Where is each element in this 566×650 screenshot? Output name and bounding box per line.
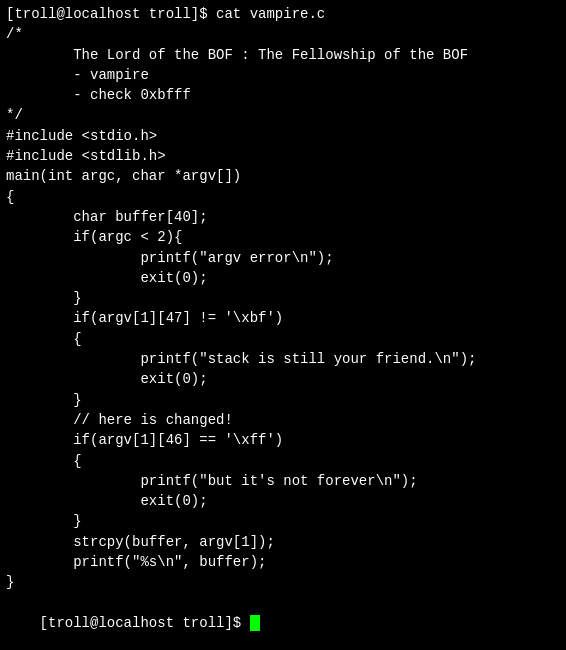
- code-line: - vampire: [6, 65, 560, 85]
- code-line: exit(0);: [6, 491, 560, 511]
- code-line: {: [6, 187, 560, 207]
- code-line: The Lord of the BOF : The Fellowship of …: [6, 45, 560, 65]
- code-line: }: [6, 511, 560, 531]
- code-line: }: [6, 288, 560, 308]
- code-line: {: [6, 451, 560, 471]
- code-line: strcpy(buffer, argv[1]);: [6, 532, 560, 552]
- prompt-text: [troll@localhost troll]$: [40, 615, 250, 631]
- code-line: exit(0);: [6, 268, 560, 288]
- code-line: printf("but it's not forever\n");: [6, 471, 560, 491]
- prompt-line: [troll@localhost troll]$: [6, 593, 560, 650]
- code-line: }: [6, 572, 560, 592]
- cursor: [250, 615, 260, 631]
- code-line: */: [6, 105, 560, 125]
- code-line: main(int argc, char *argv[]): [6, 166, 560, 186]
- command-line: [troll@localhost troll]$ cat vampire.c: [6, 4, 560, 24]
- code-line: if(argv[1][46] == '\xff'): [6, 430, 560, 450]
- code-line: #include <stdlib.h>: [6, 146, 560, 166]
- code-line: char buffer[40];: [6, 207, 560, 227]
- code-line: printf("%s\n", buffer);: [6, 552, 560, 572]
- code-line: exit(0);: [6, 369, 560, 389]
- code-output: /* The Lord of the BOF : The Fellowship …: [6, 24, 560, 592]
- code-line: printf("argv error\n");: [6, 248, 560, 268]
- code-line: - check 0xbfff: [6, 85, 560, 105]
- code-line: if(argv[1][47] != '\xbf'): [6, 308, 560, 328]
- terminal-window: [troll@localhost troll]$ cat vampire.c /…: [0, 0, 566, 650]
- code-line: // here is changed!: [6, 410, 560, 430]
- code-line: }: [6, 390, 560, 410]
- code-line: printf("stack is still your friend.\n");: [6, 349, 560, 369]
- code-line: {: [6, 329, 560, 349]
- code-line: if(argc < 2){: [6, 227, 560, 247]
- code-line: /*: [6, 24, 560, 44]
- code-line: #include <stdio.h>: [6, 126, 560, 146]
